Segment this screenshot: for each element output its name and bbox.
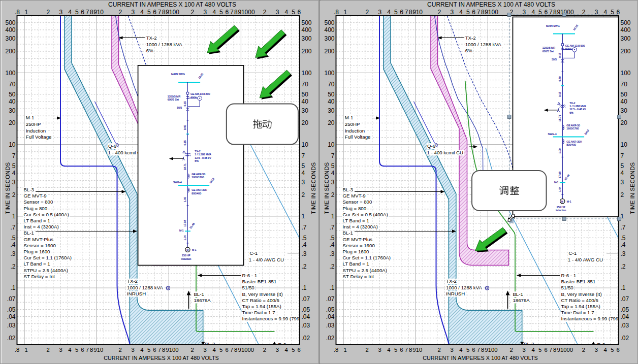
svg-text:51/50: 51/50 bbox=[561, 285, 574, 290]
svg-text:6: 6 bbox=[400, 347, 403, 353]
svg-text:.8: .8 bbox=[334, 347, 338, 353]
svg-text:TX-2: TX-2 bbox=[446, 278, 457, 284]
svg-text:6: 6 bbox=[472, 347, 475, 353]
svg-text:3: 3 bbox=[302, 179, 305, 186]
svg-text:TIME IN SECONDS: TIME IN SECONDS bbox=[324, 162, 330, 215]
svg-text:8: 8 bbox=[90, 347, 93, 353]
svg-text:12.5 - 0.48 kV: 12.5 - 0.48 kV bbox=[195, 156, 211, 159]
svg-text:BL-1: BL-1 bbox=[194, 291, 204, 297]
svg-text:2: 2 bbox=[438, 9, 441, 16]
svg-text:1 - 4/0 AWG CU: 1 - 4/0 AWG CU bbox=[249, 257, 284, 262]
svg-text:5: 5 bbox=[621, 162, 624, 170]
svg-text:5: 5 bbox=[466, 347, 469, 353]
svg-text:.8: .8 bbox=[334, 9, 339, 16]
svg-text:STPU = 2.5 (4400A): STPU = 2.5 (4400A) bbox=[343, 268, 388, 273]
svg-text:500: 500 bbox=[302, 19, 312, 26]
svg-text:7: 7 bbox=[549, 347, 552, 353]
svg-text:BL-1: BL-1 bbox=[513, 291, 523, 297]
svg-text:3: 3 bbox=[59, 9, 62, 16]
svg-text:M: M bbox=[186, 249, 188, 251]
svg-text:5: 5 bbox=[75, 9, 79, 16]
svg-text:200: 200 bbox=[5, 48, 15, 55]
svg-text:4: 4 bbox=[285, 9, 289, 16]
svg-text:.3: .3 bbox=[329, 250, 334, 257]
svg-text:3: 3 bbox=[331, 179, 335, 186]
svg-text:LT Band = 1: LT Band = 1 bbox=[343, 218, 369, 223]
svg-text:5: 5 bbox=[219, 347, 222, 353]
svg-text:200: 200 bbox=[302, 48, 312, 55]
svg-text:BL-1: BL-1 bbox=[24, 230, 34, 236]
svg-text:4: 4 bbox=[387, 347, 390, 353]
svg-text:0.15: 0.15 bbox=[183, 140, 186, 145]
svg-text:3: 3 bbox=[378, 347, 381, 353]
svg-text:MAIN SWG: MAIN SWG bbox=[171, 73, 185, 76]
svg-text:.3: .3 bbox=[302, 250, 307, 257]
svg-text:4: 4 bbox=[140, 9, 144, 16]
svg-text:7: 7 bbox=[86, 9, 89, 16]
svg-text:1 / 1.288 MVA: 1 / 1.288 MVA bbox=[195, 153, 211, 156]
svg-text:Plug = 1600: Plug = 1600 bbox=[24, 249, 51, 254]
svg-text:400: 400 bbox=[621, 26, 631, 34]
svg-text:30: 30 bbox=[328, 107, 335, 114]
svg-text:7: 7 bbox=[405, 9, 408, 16]
svg-text:600A: 600A bbox=[190, 96, 197, 99]
svg-text:4: 4 bbox=[68, 9, 72, 16]
svg-text:.2: .2 bbox=[302, 263, 307, 270]
svg-text:LT Band = 1: LT Band = 1 bbox=[24, 261, 50, 267]
svg-text:70: 70 bbox=[9, 81, 16, 88]
svg-text:3: 3 bbox=[132, 9, 135, 16]
svg-text:18.71: 18.71 bbox=[558, 115, 561, 121]
svg-text:Tap = 1.94 (155A): Tap = 1.94 (155A) bbox=[561, 304, 600, 309]
svg-text:1 - 400 kcmil CU: 1 - 400 kcmil CU bbox=[427, 150, 464, 155]
svg-text:.02: .02 bbox=[302, 335, 310, 342]
svg-text:5: 5 bbox=[12, 162, 16, 170]
svg-text:50: 50 bbox=[621, 91, 628, 98]
svg-text:INRUSH: INRUSH bbox=[127, 291, 146, 296]
svg-text:0.15: 0.15 bbox=[558, 92, 561, 97]
svg-text:SWG-4: SWG-4 bbox=[548, 133, 557, 136]
svg-text:Tap = 1.94 (155A): Tap = 1.94 (155A) bbox=[242, 304, 281, 309]
svg-text:8: 8 bbox=[234, 347, 237, 353]
svg-text:2: 2 bbox=[263, 347, 266, 353]
svg-text:2: 2 bbox=[438, 347, 441, 353]
svg-text:LT Band = 1: LT Band = 1 bbox=[24, 218, 50, 223]
svg-text:3: 3 bbox=[523, 347, 526, 353]
svg-text:Basler BE1-851: Basler BE1-851 bbox=[561, 279, 596, 284]
svg-text:7: 7 bbox=[230, 9, 234, 16]
svg-text:SWG-4: SWG-4 bbox=[173, 181, 182, 184]
svg-text:3: 3 bbox=[59, 347, 62, 353]
svg-text:BL-3: BL-3 bbox=[343, 187, 353, 192]
svg-text:4: 4 bbox=[459, 347, 462, 353]
svg-text:2: 2 bbox=[331, 191, 335, 198]
svg-text:100: 100 bbox=[5, 70, 15, 77]
svg-text:3: 3 bbox=[595, 347, 598, 353]
svg-text:9: 9 bbox=[93, 347, 97, 353]
svg-text:TIME IN SECONDS: TIME IN SECONDS bbox=[310, 162, 316, 215]
svg-text:6: 6 bbox=[225, 9, 229, 16]
svg-text:300: 300 bbox=[5, 35, 15, 42]
svg-text:50/5: 50/5 bbox=[177, 106, 182, 109]
svg-text:Sensor = 1600: Sensor = 1600 bbox=[343, 243, 375, 248]
svg-text:BL-3: BL-3 bbox=[24, 187, 34, 192]
svg-text:4: 4 bbox=[604, 347, 607, 353]
svg-text:17.38: 17.38 bbox=[183, 220, 186, 226]
svg-text:9.60: 9.60 bbox=[183, 125, 186, 130]
svg-text:3: 3 bbox=[451, 347, 454, 353]
svg-text:MAIN SWG: MAIN SWG bbox=[546, 24, 560, 27]
svg-text:30: 30 bbox=[621, 107, 628, 114]
svg-text:1: 1 bbox=[344, 347, 347, 353]
svg-text:Full Voltage: Full Voltage bbox=[26, 134, 52, 140]
svg-text:100: 100 bbox=[488, 9, 498, 16]
svg-text:M: M bbox=[561, 201, 563, 203]
svg-text:R-6 - 1: R-6 - 1 bbox=[561, 273, 577, 278]
svg-text:1200/5 MR: 1200/5 MR bbox=[543, 46, 556, 49]
svg-text:1000: 1000 bbox=[241, 347, 254, 353]
svg-text:8: 8 bbox=[481, 347, 484, 353]
svg-text:500: 500 bbox=[621, 19, 631, 26]
svg-text:CT Ratio = 400/5: CT Ratio = 400/5 bbox=[561, 297, 598, 303]
svg-text:.04: .04 bbox=[326, 313, 335, 320]
svg-text:6: 6 bbox=[153, 347, 156, 353]
svg-text:10: 10 bbox=[328, 141, 335, 148]
svg-text:6: 6 bbox=[225, 347, 228, 353]
svg-text:7: 7 bbox=[331, 152, 335, 159]
